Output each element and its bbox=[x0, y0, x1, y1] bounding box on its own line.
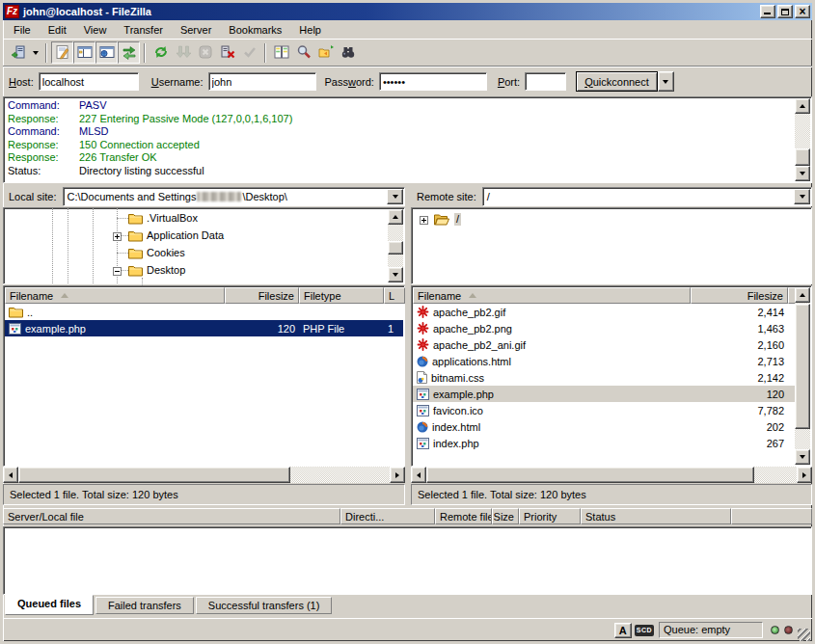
scroll-right-button[interactable] bbox=[390, 467, 405, 483]
host-input[interactable] bbox=[39, 72, 139, 91]
remote-site-combobox[interactable]: / bbox=[482, 187, 812, 206]
scroll-up-button[interactable] bbox=[388, 209, 403, 225]
toolbar-button-cancel-operation[interactable] bbox=[194, 41, 216, 64]
queue-column-header-remote-file[interactable]: Remote file bbox=[435, 508, 492, 524]
file-row[interactable]: index.php267 bbox=[413, 435, 795, 451]
toolbar-button-refresh[interactable] bbox=[149, 41, 172, 64]
column-header-l[interactable]: L bbox=[384, 287, 405, 304]
scroll-thumb[interactable] bbox=[426, 467, 754, 483]
queue-column-header-priority[interactable]: Priority bbox=[519, 508, 581, 524]
scroll-thumb[interactable] bbox=[388, 241, 403, 255]
log-line-label: Response: bbox=[8, 113, 79, 126]
app-icon[interactable]: Fz bbox=[5, 5, 19, 18]
remote-list-hscrollbar[interactable] bbox=[411, 467, 812, 483]
menu-view[interactable]: View bbox=[75, 22, 116, 38]
tree-expander[interactable] bbox=[113, 266, 122, 278]
toolbar-button-reconnect[interactable] bbox=[238, 41, 260, 64]
password-input[interactable] bbox=[379, 72, 487, 91]
toolbar-button-site-manager[interactable] bbox=[7, 41, 29, 64]
scroll-right-button[interactable] bbox=[797, 467, 812, 483]
tab-failed-transfers[interactable]: Failed transfers bbox=[95, 597, 194, 614]
tree-item-root[interactable]: / bbox=[412, 211, 794, 228]
queue-column-header-size[interactable]: Size bbox=[492, 508, 519, 524]
menu-transfer[interactable]: Transfer bbox=[115, 22, 172, 38]
toolbar-button-filename-filters[interactable] bbox=[292, 41, 314, 64]
scroll-thumb[interactable] bbox=[795, 304, 810, 429]
file-row[interactable]: apache_pb2.png1,463 bbox=[413, 320, 795, 336]
menu-file[interactable]: File bbox=[5, 22, 40, 38]
file-row[interactable]: favicon.ico7,782 bbox=[413, 402, 795, 418]
file-row[interactable]: index.html202 bbox=[413, 418, 795, 435]
file-cell-name: bitnami.css bbox=[413, 369, 691, 386]
column-header-label: Filetype bbox=[304, 290, 341, 302]
toolbar-button-find-files[interactable] bbox=[337, 41, 359, 64]
cancel-operation-icon bbox=[198, 44, 213, 62]
local-site-dropdown-button[interactable] bbox=[387, 189, 403, 204]
scroll-up-button[interactable] bbox=[795, 98, 810, 114]
scroll-up-button[interactable] bbox=[795, 287, 810, 303]
file-row[interactable]: apache_pb2_ani.gif2,160 bbox=[413, 336, 795, 353]
column-header-filesize[interactable]: Filesize bbox=[691, 287, 788, 304]
local-list-hscrollbar[interactable] bbox=[3, 467, 405, 483]
minimize-button[interactable] bbox=[760, 5, 775, 18]
tree-expander[interactable] bbox=[420, 215, 428, 227]
scroll-down-button[interactable] bbox=[795, 166, 810, 181]
sort-ascending-icon bbox=[469, 289, 476, 298]
queue-list[interactable] bbox=[3, 526, 812, 595]
maximize-button[interactable] bbox=[777, 5, 793, 18]
local-tree-scrollbar[interactable] bbox=[388, 209, 403, 282]
file-row[interactable]: apache_pb2.gif2,414 bbox=[413, 304, 795, 320]
scroll-thumb[interactable] bbox=[795, 148, 810, 166]
resize-grip[interactable] bbox=[798, 629, 810, 641]
quickconnect-dropdown-button[interactable] bbox=[658, 71, 674, 92]
toolbar-button-toggle-transfer-queue[interactable] bbox=[118, 41, 140, 64]
toolbar-button-directory-comparison[interactable] bbox=[270, 41, 292, 64]
file-row[interactable]: .. bbox=[5, 304, 403, 320]
tree-item-virtualbox[interactable]: .VirtualBox bbox=[4, 210, 387, 227]
remote-site-dropdown-button[interactable] bbox=[794, 189, 810, 204]
filezilla-window: Fz john@localhost - FileZilla × FileEdit… bbox=[0, 0, 815, 644]
tree-item-application-data[interactable]: Application Data bbox=[4, 228, 387, 244]
toolbar-button-toggle-message-log[interactable] bbox=[51, 41, 73, 64]
toolbar-button-synchronized-browsing[interactable] bbox=[314, 41, 337, 64]
queue-column-header-directi[interactable]: Directi... bbox=[340, 508, 435, 524]
column-header-filename[interactable]: Filename bbox=[413, 287, 691, 304]
scroll-down-button[interactable] bbox=[388, 267, 403, 282]
toolbar-button-process-queue[interactable] bbox=[172, 41, 194, 64]
menu-server[interactable]: Server bbox=[172, 22, 220, 38]
tree-item-cookies[interactable]: Cookies bbox=[4, 245, 387, 261]
menu-help[interactable]: Help bbox=[290, 22, 330, 38]
column-header-filename[interactable]: Filename bbox=[5, 287, 225, 304]
title-bar[interactable]: Fz john@localhost - FileZilla × bbox=[3, 3, 812, 20]
menu-bookmarks[interactable]: Bookmarks bbox=[220, 22, 290, 38]
toolbar-button-site-manager-dropdown[interactable] bbox=[29, 41, 41, 64]
tab-successful-transfers-1[interactable]: Successful transfers (1) bbox=[196, 597, 333, 614]
toolbar-button-toggle-remote-tree[interactable] bbox=[95, 41, 118, 64]
menu-edit[interactable]: Edit bbox=[40, 22, 75, 38]
file-row[interactable]: example.php120 bbox=[413, 386, 795, 402]
scroll-down-button[interactable] bbox=[795, 449, 810, 465]
remote-list-scrollbar[interactable] bbox=[795, 287, 810, 465]
scroll-left-button[interactable] bbox=[411, 467, 426, 483]
log-scrollbar[interactable] bbox=[795, 98, 810, 181]
column-header-filetype[interactable]: Filetype bbox=[299, 287, 384, 304]
file-row[interactable]: example.php120PHP File1 bbox=[5, 320, 403, 336]
tree-item-desktop[interactable]: Desktop bbox=[4, 262, 387, 279]
tree-expander[interactable] bbox=[113, 231, 122, 243]
file-row[interactable]: bitnami.css2,142 bbox=[413, 369, 795, 386]
local-site-combobox[interactable]: C:\Documents and Settings\Desktop\ bbox=[63, 187, 405, 206]
close-button[interactable]: × bbox=[795, 5, 810, 18]
queue-column-header-server-local-file[interactable]: Server/Local file bbox=[3, 508, 340, 524]
quickconnect-button[interactable]: Quickconnect bbox=[576, 71, 658, 92]
file-row[interactable]: applications.html2,713 bbox=[413, 353, 795, 369]
toolbar-button-toggle-local-tree[interactable] bbox=[73, 41, 95, 64]
toolbar-button-disconnect[interactable] bbox=[216, 41, 238, 64]
queue-column-header-status[interactable]: Status bbox=[581, 508, 731, 524]
port-input[interactable] bbox=[525, 72, 566, 91]
scroll-left-button[interactable] bbox=[3, 467, 18, 483]
username-input[interactable] bbox=[208, 72, 316, 91]
scroll-thumb[interactable] bbox=[18, 467, 290, 483]
column-header-filesize[interactable]: Filesize bbox=[225, 287, 299, 304]
tab-queued-files[interactable]: Queued files bbox=[5, 595, 94, 615]
log-line: Response:150 Connection accepted bbox=[8, 139, 792, 152]
